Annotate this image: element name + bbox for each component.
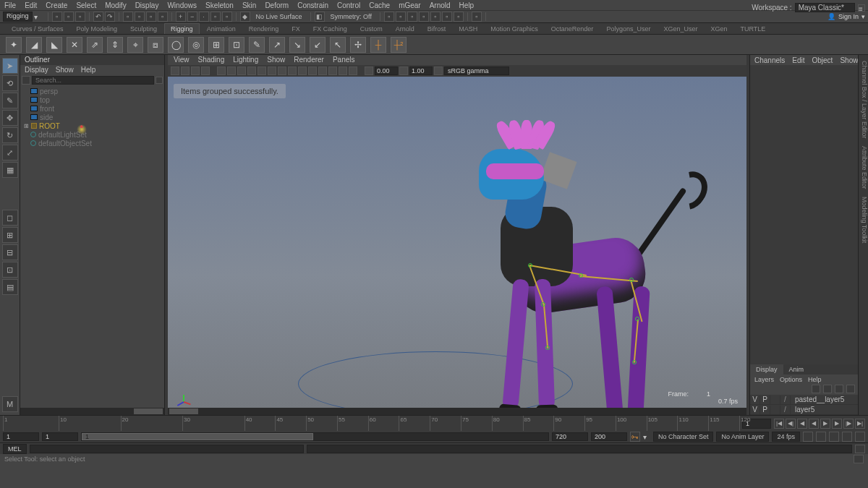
right-sidebar-tabs[interactable]: Channel Box / Layer Editor Attribute Edi…	[858, 55, 868, 415]
layout-outliner[interactable]: ▤	[2, 279, 18, 295]
vp-exposure-input[interactable]	[375, 67, 398, 75]
shelf-btn-20[interactable]: ┼²	[391, 37, 407, 53]
autokey-dropdown-icon[interactable]: ▾	[643, 433, 650, 441]
vp-menu-renderer[interactable]: Renderer	[294, 56, 324, 64]
shelf-tab-fxcache[interactable]: FX Caching	[307, 24, 353, 34]
hypershade-icon[interactable]: ▫	[430, 12, 441, 22]
outliner-search-options-icon[interactable]	[156, 77, 163, 84]
step-forward-key-icon[interactable]: |▶	[843, 419, 854, 429]
menu-arnold[interactable]: Arnold	[430, 1, 451, 9]
shelf-tab-octane[interactable]: OctaneRender	[545, 24, 600, 34]
shelf-btn-2[interactable]: ◢	[26, 37, 42, 53]
expand-icon[interactable]: ⊞	[23, 123, 29, 129]
shelf-btn-9[interactable]: ◯	[168, 37, 184, 53]
shelf-btn-1[interactable]: ✦	[6, 37, 22, 53]
range-end-outer[interactable]	[591, 432, 627, 441]
outliner-filter-icon[interactable]	[22, 76, 30, 85]
shelf-btn-8[interactable]: ⧈	[148, 37, 163, 53]
menu-cache[interactable]: Cache	[369, 1, 390, 9]
shelf-btn-6[interactable]: ⇕	[107, 37, 123, 53]
shelf-btn-19[interactable]: ┼	[370, 37, 386, 53]
layer-name[interactable]: pasted__layer5	[791, 395, 844, 403]
shelf-tab-fx[interactable]: FX	[286, 24, 306, 34]
light-editor-icon[interactable]: ▫	[454, 12, 464, 22]
layer-menu-help[interactable]: Help	[808, 376, 822, 383]
account-icon[interactable]: 👤	[827, 13, 835, 20]
snap-point-icon[interactable]: ·	[199, 12, 209, 22]
go-to-end-icon[interactable]: ▶|	[855, 419, 865, 429]
layer-tab-anim[interactable]: Anim	[783, 364, 810, 374]
lasso-tool[interactable]: ⟲	[2, 75, 18, 91]
play-back-icon[interactable]: ◀	[809, 419, 819, 429]
vp-menu-shading[interactable]: Shading	[198, 56, 225, 64]
playback-speed-icon[interactable]	[816, 432, 826, 442]
save-scene-icon[interactable]: ▫	[75, 12, 85, 22]
workspace-menu-icon[interactable]: ≡	[858, 4, 865, 12]
vp-bookmark-icon[interactable]	[181, 67, 190, 75]
select-object-icon[interactable]: ▫	[146, 12, 156, 22]
outliner-tree[interactable]: persp top front side ⊞ROOT defaultLightS…	[20, 85, 164, 408]
layer-row[interactable]: V P / pasted__layer5	[750, 395, 858, 405]
layer-menu-options[interactable]: Options	[780, 376, 802, 383]
outliner-node-objectset[interactable]: defaultObjectSet	[22, 139, 163, 147]
menu-edit[interactable]: Edit	[25, 1, 37, 9]
menu-constrain[interactable]: Constrain	[297, 1, 328, 9]
vp-shadows-icon[interactable]	[318, 67, 327, 75]
layer-moveup-icon[interactable]	[812, 385, 820, 393]
step-forward-icon[interactable]: ▶	[832, 419, 842, 429]
symmetry-label[interactable]: Symmetry: Off	[326, 13, 376, 20]
shelf-tab-custom[interactable]: Custom	[354, 24, 388, 34]
shelf-tab-xgen[interactable]: XGen	[705, 24, 733, 34]
time-slider[interactable]: 1102030404550556065707580859095100105110…	[0, 415, 868, 431]
loop-icon[interactable]	[803, 432, 813, 442]
signin-label[interactable]: Sign In	[838, 13, 859, 20]
shelf-tab-xgenuser[interactable]: XGen_User	[658, 24, 703, 34]
shelf-btn-3[interactable]: ◣	[46, 37, 62, 53]
prefs-icon[interactable]	[842, 432, 852, 442]
open-scene-icon[interactable]: ▫	[64, 12, 74, 22]
menu-skeleton[interactable]: Skeleton	[205, 1, 234, 9]
menu-modify[interactable]: Modify	[105, 1, 126, 9]
render-icon[interactable]: ▫	[396, 12, 406, 22]
menu-control[interactable]: Control	[337, 1, 360, 9]
anim-layer-dropdown[interactable]: No Anim Layer	[716, 432, 769, 442]
shelf-tab-animation[interactable]: Animation	[201, 24, 242, 34]
signin-dropdown-icon[interactable]: ▾	[861, 13, 865, 20]
script-lang-toggle[interactable]: MEL	[3, 444, 27, 454]
vp-xray-icon[interactable]	[339, 67, 347, 75]
anim-prefs-icon[interactable]	[855, 432, 865, 442]
select-component-icon[interactable]: ▫	[158, 12, 168, 22]
menu-create[interactable]: Create	[46, 1, 67, 9]
layer-name[interactable]: layer5	[791, 406, 814, 414]
construction-history-icon[interactable]: ▫	[384, 12, 394, 22]
outliner-node-persp[interactable]: persp	[22, 87, 163, 95]
outliner-menu-display[interactable]: Display	[25, 66, 48, 74]
time-ruler[interactable]: 1102030404550556065707580859095100105110…	[3, 416, 739, 431]
vp-view-transform-icon[interactable]	[434, 67, 443, 75]
vp-2d-pan-icon[interactable]	[201, 67, 210, 75]
ipr-icon[interactable]: ▫	[407, 12, 417, 22]
sidebar-tab-channelbox[interactable]: Channel Box / Layer Editor	[861, 61, 868, 139]
symmetry-toggle-icon[interactable]: ◧	[315, 12, 325, 22]
menu-skin[interactable]: Skin	[242, 1, 256, 9]
vp-safe-title-icon[interactable]	[278, 67, 286, 75]
render-setup-icon[interactable]: ▫	[442, 12, 452, 22]
shelf-btn-18[interactable]: ✢	[350, 37, 366, 53]
shelf-tab-mograph[interactable]: Motion Graphics	[485, 24, 544, 34]
shelf-tab-turtle[interactable]: TURTLE	[734, 24, 771, 34]
menu-help[interactable]: Help	[459, 1, 475, 9]
layer-display-type[interactable]	[770, 406, 780, 414]
rotate-tool[interactable]: ↻	[2, 127, 18, 143]
vp-gamma-input[interactable]	[409, 67, 433, 75]
layer-color[interactable]: /	[780, 395, 791, 404]
workspace-value[interactable]: Maya Classic*	[795, 3, 855, 12]
vp-image-plane-icon[interactable]	[191, 67, 200, 75]
range-start-inner[interactable]	[42, 432, 78, 441]
cb-menu-channels[interactable]: Channels	[754, 56, 785, 64]
outliner-scrollbar[interactable]	[20, 408, 164, 415]
move-tool[interactable]: ✥	[2, 110, 18, 126]
layout-two-h[interactable]: ⊟	[2, 244, 18, 260]
step-back-icon[interactable]: ◀	[797, 419, 807, 429]
scale-tool[interactable]: ⤢	[2, 145, 18, 160]
vp-select-camera-icon[interactable]	[171, 67, 179, 75]
